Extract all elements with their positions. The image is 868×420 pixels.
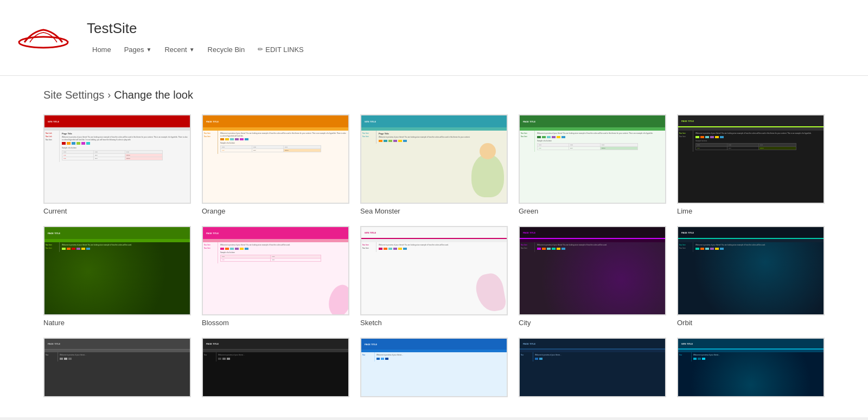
theme-preview-current[interactable]: SITE TITLE Nav Link Nav Link Nav Item Pa… [43,114,191,204]
theme-preview-green[interactable]: PAGE TITLE Nav Item Nav Item Welcome to … [519,114,666,204]
theme-item-seamonster[interactable]: SITE TITLE Nav Item Nav Item Page Title … [360,114,508,215]
theme-preview-city[interactable]: PAGE TITLE Nav Item Nav Item Welcome to … [519,226,666,315]
theme-preview-blossom[interactable]: PAGE TITLE Nav Item Nav Item Welcome to … [202,226,349,315]
nav-recent[interactable]: Recent ▼ [159,43,200,56]
breadcrumb-parent[interactable]: Site Settings [43,89,104,101]
nav-pages[interactable]: Pages ▼ [119,43,157,56]
theme-preview-orbit[interactable]: PAGE TITLE Nav Item Nav Item Welcome to … [677,226,825,315]
theme-preview-blue[interactable]: PAGE TITLE Nav Welcome to preview of you… [360,338,508,397]
theme-item-orange[interactable]: PAGE TITLE Nav Item Nav Item Welcome to … [202,114,349,215]
theme-preview-dark[interactable]: PAGE TITLE Nav Welcome to preview of you… [202,338,349,397]
theme-item-nature[interactable]: PAGE TITLE Nav Item Nav Item Welcome to … [43,226,191,327]
top-bar: TestSite Home Pages ▼ Recent ▼ Recycle B… [0,0,868,76]
theme-preview-navy[interactable]: PAGE TITLE Nav Welcome to preview of you… [519,338,666,397]
theme-item-dark[interactable]: PAGE TITLE Nav Welcome to preview of you… [202,338,349,397]
theme-item-blue[interactable]: PAGE TITLE Nav Welcome to preview of you… [360,338,508,397]
theme-item-current[interactable]: SITE TITLE Nav Link Nav Link Nav Item Pa… [43,114,191,215]
theme-preview-nature[interactable]: PAGE TITLE Nav Item Nav Item Welcome to … [43,226,191,315]
theme-item-lime[interactable]: PAGE TITLE Nav Item Nav Item Welcome to … [677,114,825,215]
nav-recycle-bin[interactable]: Recycle Bin [202,43,251,56]
svg-point-0 [19,37,68,48]
breadcrumb-separator: › [107,89,111,101]
theme-preview-seamonster[interactable]: SITE TITLE Nav Item Nav Item Page Title … [360,114,508,204]
site-title: TestSite [87,20,304,37]
theme-preview-lime[interactable]: PAGE TITLE Nav Item Nav Item Welcome to … [677,114,825,204]
theme-name-city: City [519,319,531,327]
theme-item-grey[interactable]: PAGE TITLE Nav Welcome to preview of you… [43,338,191,397]
theme-name-seamonster: Sea Monster [360,207,400,215]
theme-item-orbit[interactable]: PAGE TITLE Nav Item Nav Item Welcome to … [677,226,825,327]
theme-item-navy[interactable]: PAGE TITLE Nav Welcome to preview of you… [519,338,666,397]
site-logo [11,16,76,60]
theme-item-sketch[interactable]: SITE TITLE Nav Item Nav Item Welcome to … [360,226,508,327]
theme-name-blossom: Blossom [202,319,229,327]
theme-preview-sketch[interactable]: SITE TITLE Nav Item Nav Item Welcome to … [360,226,508,315]
theme-name-lime: Lime [677,207,692,215]
theme-name-sketch: Sketch [360,319,382,327]
nav-home[interactable]: Home [87,43,117,56]
theme-preview-ocean[interactable]: SITE TITLE Nav Welcome to preview of you… [677,338,825,397]
pencil-icon: ✏ [258,46,263,53]
theme-item-ocean[interactable]: SITE TITLE Nav Welcome to preview of you… [677,338,825,397]
theme-name-nature: Nature [43,319,65,327]
breadcrumb-current: Change the look [114,89,193,101]
recent-dropdown-icon: ▼ [189,47,195,53]
theme-name-orbit: Orbit [677,319,692,327]
theme-name-current: Current [43,207,67,215]
theme-preview-grey[interactable]: PAGE TITLE Nav Welcome to preview of you… [43,338,191,397]
theme-grid: SITE TITLE Nav Link Nav Link Nav Item Pa… [43,114,825,327]
theme-grid-bottom: PAGE TITLE Nav Welcome to preview of you… [43,338,825,397]
site-title-area: TestSite Home Pages ▼ Recent ▼ Recycle B… [87,20,304,56]
breadcrumb: Site Settings › Change the look [43,89,825,101]
main-content: Site Settings › Change the look SITE TIT… [0,76,868,417]
nav-bar: Home Pages ▼ Recent ▼ Recycle Bin ✏ EDIT… [87,43,304,56]
theme-preview-orange[interactable]: PAGE TITLE Nav Item Nav Item Welcome to … [202,114,349,204]
theme-item-city[interactable]: PAGE TITLE Nav Item Nav Item Welcome to … [519,226,666,327]
edit-links[interactable]: ✏ EDIT LINKS [258,46,304,54]
pages-dropdown-icon: ▼ [146,47,152,53]
theme-item-green[interactable]: PAGE TITLE Nav Item Nav Item Welcome to … [519,114,666,215]
theme-item-blossom[interactable]: PAGE TITLE Nav Item Nav Item Welcome to … [202,226,349,327]
theme-name-green: Green [519,207,538,215]
theme-name-orange: Orange [202,207,225,215]
